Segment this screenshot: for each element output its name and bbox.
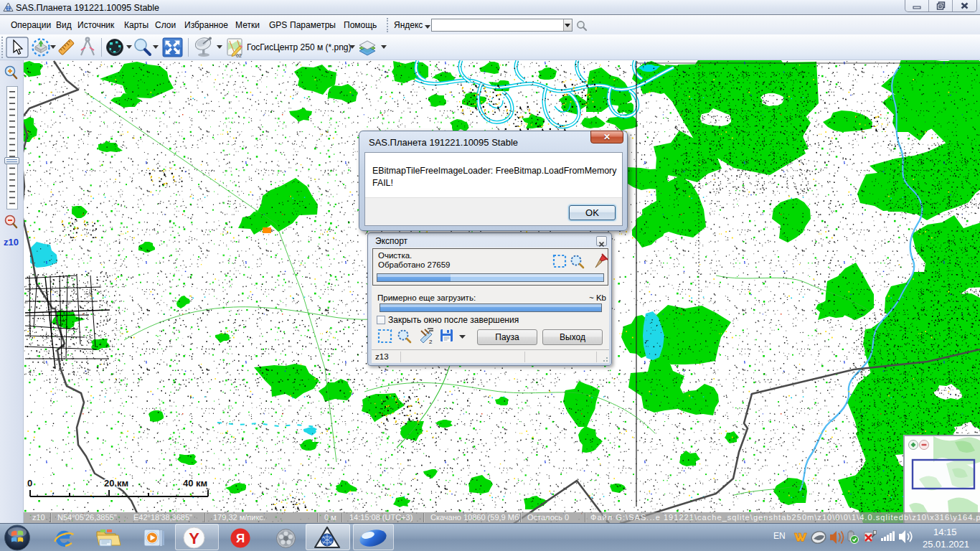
svg-text:20 км: 20 км: [104, 478, 128, 489]
svg-text:40 км: 40 км: [183, 478, 207, 489]
svg-text:2: 2: [429, 339, 433, 345]
svg-text:0: 0: [27, 478, 32, 489]
svg-text:Y: Y: [189, 529, 199, 547]
svg-text:02: 02: [236, 53, 242, 58]
svg-text:Я: Я: [236, 532, 245, 545]
